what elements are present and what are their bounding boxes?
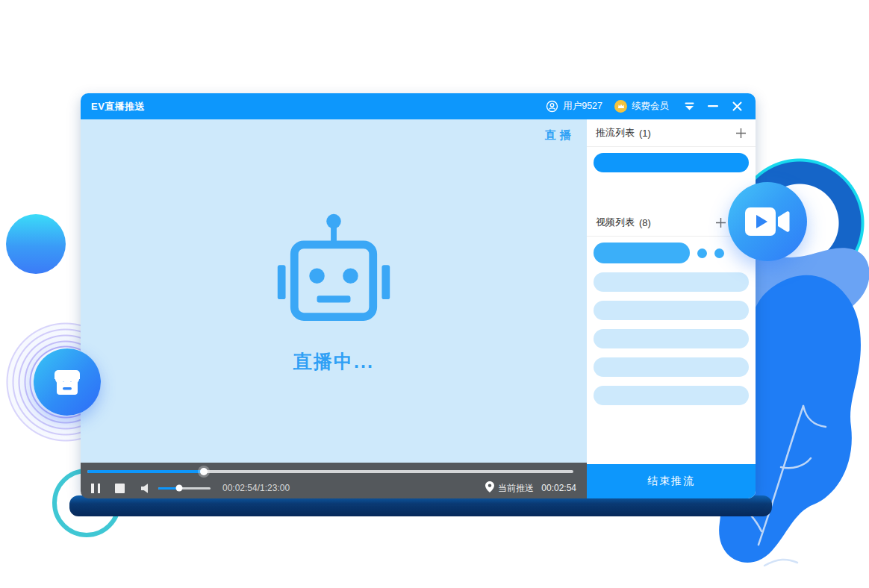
playing-indicator-dot: [697, 248, 707, 258]
robot-icon: [272, 209, 396, 333]
current-push-time: 00:02:54: [541, 483, 576, 493]
stream-list-title: 推流列表: [596, 126, 635, 140]
video-list-title: 视频列表: [596, 216, 635, 229]
membership-label: 续费会员: [632, 100, 669, 113]
window-base-shadow: [69, 495, 772, 516]
user-account[interactable]: 用户9527: [546, 100, 602, 113]
video-camera-icon: [728, 182, 807, 261]
video-list-item[interactable]: [594, 272, 749, 292]
live-status-text: 直播中...: [293, 349, 374, 374]
progress-knob[interactable]: [200, 468, 208, 475]
stream-list-count: (1): [639, 128, 651, 139]
playing-indicator-dot: [714, 248, 724, 258]
progress-bar[interactable]: [87, 470, 573, 473]
decor-gradient-circle: [6, 214, 66, 274]
volume-knob[interactable]: [176, 485, 183, 492]
app-window: EV直播推送 用户9527 续费会员: [81, 93, 756, 498]
volume-slider[interactable]: [158, 487, 211, 490]
end-stream-button[interactable]: 结束推流: [587, 464, 756, 498]
player-control-bar: 00:02:54/1:23:00 当前推送 00:02:54: [81, 463, 587, 498]
progress-fill: [87, 470, 204, 473]
video-list-item[interactable]: [594, 301, 749, 320]
video-list-count: (8): [639, 217, 651, 228]
location-pin-icon: [485, 481, 494, 495]
current-push-label: 当前推送: [498, 482, 534, 495]
minimize-icon[interactable]: [705, 98, 721, 115]
video-list-items: [587, 272, 756, 405]
user-name: 用户9527: [563, 100, 602, 113]
stream-list-header: 推流列表 (1): [587, 119, 756, 147]
add-video-plus-icon[interactable]: [715, 217, 726, 228]
close-icon[interactable]: [729, 98, 745, 115]
crown-badge-icon: [614, 100, 627, 113]
storefront-icon: [34, 348, 101, 416]
sidebar: 推流列表 (1) 视频列表 (8): [587, 119, 756, 498]
pause-button[interactable]: [91, 484, 100, 493]
video-preview-area: 直播 直播中...: [81, 119, 587, 463]
user-circle-icon: [546, 100, 558, 113]
app-title: EV直播推送: [91, 100, 145, 113]
collapse-to-tray-icon[interactable]: [681, 98, 697, 115]
video-list-item[interactable]: [594, 386, 749, 405]
video-list-item-playing[interactable]: [587, 237, 756, 263]
membership-renew[interactable]: 续费会员: [614, 100, 669, 113]
time-display: 00:02:54/1:23:00: [222, 483, 290, 493]
stop-button[interactable]: [115, 484, 125, 493]
live-label: 直播: [545, 128, 575, 143]
title-bar: EV直播推送 用户9527 续费会员: [81, 93, 756, 119]
video-item-active-pill[interactable]: [594, 243, 690, 263]
add-stream-plus-icon[interactable]: [735, 128, 747, 139]
stream-list-item-active[interactable]: [594, 153, 749, 172]
speaker-icon[interactable]: [141, 484, 151, 493]
video-list-item[interactable]: [594, 329, 749, 348]
video-list-item[interactable]: [594, 357, 749, 377]
